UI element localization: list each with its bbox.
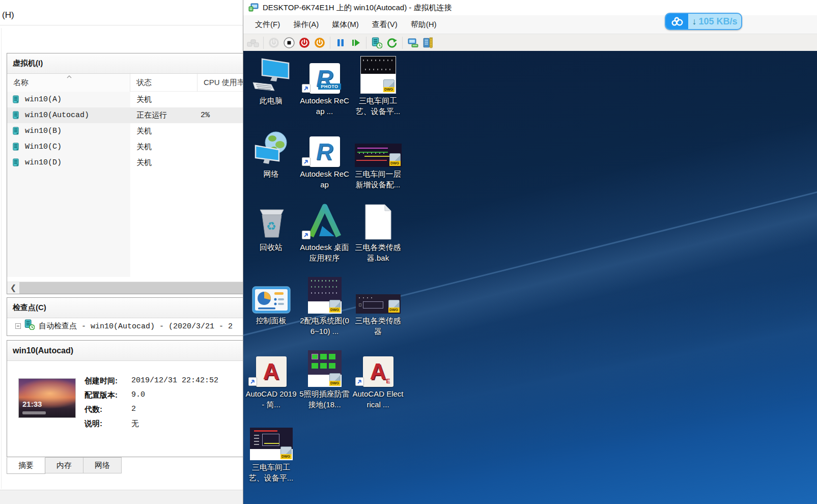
dwg-file-thumbnail	[355, 144, 402, 167]
details-tabs: 摘要内存网络	[7, 457, 122, 474]
desktop-icon-label: Autodesk ReCap	[298, 169, 351, 190]
vm-name: win10(B)	[25, 127, 62, 135]
dwg-file-thumbnail	[356, 294, 401, 314]
dwg-file-thumbnail	[250, 428, 293, 460]
desktop-icon-dwg-red[interactable]: 三电车间工艺、设备平...	[244, 421, 298, 494]
desktop-icon-bak-doc[interactable]: 三电各类传感器.bak	[351, 201, 405, 274]
toolbar-export-server-icon[interactable]	[421, 36, 435, 50]
checkpoint-root-item[interactable]: 自动检查点 - win10(Autocad) - (2020/3/21 - 2	[7, 318, 243, 333]
network-icon	[250, 129, 292, 167]
desktop-icon-dwg-purple[interactable]: 2配电系统图(06~10) ...	[298, 274, 351, 347]
vm-desktop[interactable]: 此电脑RPHOTO Autodesk ReCap ... 三电车间工艺、设备平.…	[243, 51, 817, 504]
detail-value: 2019/12/31 22:42:52	[131, 376, 218, 388]
detail-field: 说明: 无	[84, 419, 139, 431]
desktop-icon-dwg-green[interactable]: 5照明插座防雷接地(18...	[298, 347, 351, 421]
vm-name: win10(D)	[25, 158, 62, 167]
shortcut-arrow-icon	[302, 157, 311, 166]
checkpoint-tree: 自动检查点 - win10(Autocad) - (2020/3/21 - 2 …	[7, 318, 243, 335]
bak-file-icon	[363, 204, 393, 240]
column-header-name[interactable]: 名称	[7, 74, 130, 92]
vmconnect-window: DESKTOP-6K74E1H 上的 win10(Autocad) - 虚拟机连…	[243, 0, 817, 504]
toolbar-separator	[366, 37, 367, 49]
desktop-icon-recap-photo[interactable]: RPHOTO Autodesk ReCap ...	[298, 54, 351, 127]
desktop-icon-label: 三电各类传感器	[352, 315, 404, 337]
menu-file[interactable]: 文件(F)	[248, 17, 287, 33]
tab-网络[interactable]: 网络	[83, 457, 122, 473]
sort-ascending-icon	[66, 75, 72, 78]
detail-field: 配置版本: 9.0	[84, 390, 145, 403]
desktop-icon-label: 5照明插座防雷接地(18...	[298, 388, 351, 410]
vm-row-win10(Autocad)[interactable]: win10(Autocad) 正在运行 2%	[7, 107, 243, 123]
toolbar-revert-icon[interactable]	[385, 36, 399, 50]
detail-label: 说明:	[84, 419, 131, 431]
control-panel-icon	[252, 286, 291, 314]
desktop-icon-dwg-doc[interactable]: 三电车间工艺、设备平...	[351, 54, 405, 127]
column-header-cpu[interactable]: CPU 使用率	[198, 74, 243, 92]
dwg-badge-icon	[389, 153, 401, 166]
desktop-icon-label: 2配电系统图(06~10) ...	[298, 315, 351, 337]
this-pc-icon	[251, 57, 292, 94]
menu-help[interactable]: 帮助(H)	[404, 17, 443, 33]
thumbnail-clock: 21:33	[22, 400, 42, 408]
detail-label: 创建时间:	[84, 376, 131, 388]
vm-status: 正在运行	[136, 110, 167, 120]
dwg-badge-icon	[383, 79, 395, 92]
vm-screen-thumbnail[interactable]: 21:33	[18, 378, 76, 418]
tree-collapse-icon[interactable]	[15, 323, 21, 329]
toolbar-resume-icon[interactable]	[349, 36, 363, 50]
tab-内存[interactable]: 内存	[45, 457, 83, 473]
vm-server-icon	[12, 95, 20, 104]
dwg-file-thumbnail	[360, 56, 396, 94]
column-header-status[interactable]: 状态	[130, 74, 198, 92]
dwg-badge-icon	[388, 300, 400, 313]
desktop-icon-label: Autodesk 桌面应用程序	[298, 242, 351, 263]
toolbar-enhanced-session-icon[interactable]	[406, 36, 420, 50]
menu-media[interactable]: 媒体(M)	[325, 17, 365, 33]
desktop-icon-network[interactable]: 网络	[244, 127, 298, 201]
recap-photo-icon: RPHOTO	[309, 63, 340, 94]
vm-row-win10(A)[interactable]: win10(A) 关机	[7, 92, 243, 107]
netdisk-cloud-icon	[666, 14, 688, 29]
partial-menu-label[interactable]: (H)	[2, 10, 14, 20]
toolbar-turn-off-icon[interactable]	[297, 36, 312, 50]
desktop-icon-dwg-wide[interactable]: 三电车间一层新增设备配...	[351, 127, 405, 201]
checkpoint-icon	[24, 319, 35, 332]
toolbar-separator	[402, 37, 403, 49]
desktop-icon-autocad-e[interactable]: AE AutoCAD Electrical ...	[351, 347, 405, 421]
divider	[0, 25, 243, 25]
svg-text:♻: ♻	[266, 220, 276, 233]
vm-row-win10(D)[interactable]: win10(D) 关机	[7, 155, 243, 171]
vm-details-panel: win10(Autocad) 21:33 创建时间: 2019/12/31 22…	[7, 340, 243, 457]
menu-action[interactable]: 操作(A)	[287, 17, 325, 33]
dwg-badge-icon	[329, 373, 341, 386]
detail-label: 配置版本:	[84, 390, 131, 403]
desktop-icon-dwg-wide2[interactable]: 三电各类传感器	[351, 274, 405, 347]
horizontal-scrollbar[interactable]: ❮	[7, 282, 243, 294]
toolbar-pause-icon[interactable]	[333, 36, 348, 50]
vm-row-Win10(C)[interactable]: Win10(C) 关机	[7, 139, 243, 155]
detail-label: 代数:	[84, 405, 131, 417]
desktop-icon-recycle-bin[interactable]: ♻ 回收站	[244, 201, 298, 274]
desktop-icon-autodesk-a[interactable]: Autodesk 桌面应用程序	[298, 201, 351, 274]
tab-摘要[interactable]: 摘要	[7, 457, 45, 474]
vm-row-win10(B)[interactable]: win10(B) 关机	[7, 123, 243, 139]
toolbar-stop-icon[interactable]	[282, 36, 296, 50]
autocad-icon: A	[256, 356, 287, 387]
netdisk-speed-badge[interactable]: ↓ 105 KB/s	[665, 13, 742, 30]
toolbar-shutdown-icon[interactable]	[313, 36, 327, 50]
vm-panel-title: 虚拟机(I)	[7, 53, 243, 74]
desktop-icon-this-pc[interactable]: 此电脑	[244, 54, 298, 127]
desktop-icon-autocad[interactable]: A AutoCAD 2019 - 简...	[244, 347, 298, 421]
toolbar-checkpoint-icon[interactable]	[370, 36, 384, 50]
desktop-icon-control-panel[interactable]: 控制面板	[244, 274, 298, 347]
scroll-left-button[interactable]: ❮	[7, 282, 19, 294]
checkpoint-current-item[interactable]: 当前	[7, 333, 243, 335]
vm-details-title: win10(Autocad)	[7, 341, 243, 361]
shortcut-arrow-icon	[302, 231, 311, 239]
desktop-icon-label: 此电脑	[245, 95, 297, 106]
menu-view[interactable]: 查看(V)	[365, 17, 404, 33]
shortcut-arrow-icon	[248, 377, 257, 386]
vm-server-icon	[12, 158, 20, 167]
detail-field: 代数: 2	[84, 405, 136, 417]
desktop-icon-recap[interactable]: R Autodesk ReCap	[298, 127, 351, 201]
